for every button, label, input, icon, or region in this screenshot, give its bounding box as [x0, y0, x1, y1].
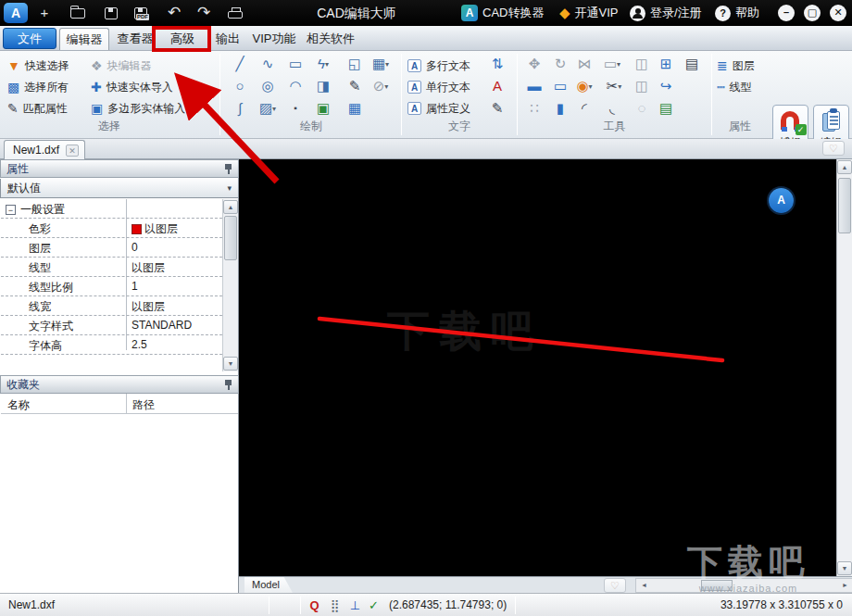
- property-group-row[interactable]: − 一般设置: [1, 199, 222, 219]
- property-row-layer[interactable]: 图层 0: [1, 238, 222, 258]
- login-link[interactable]: 登录/注册: [630, 0, 702, 26]
- scroll-down-icon[interactable]: ▼: [837, 561, 852, 575]
- viewport-tool-icon[interactable]: ▭: [548, 76, 572, 96]
- region-tool-icon[interactable]: ▦▾: [369, 54, 393, 74]
- ortho-toggle-icon[interactable]: ⊥: [346, 597, 364, 614]
- grid-toggle-icon[interactable]: ⣿: [326, 597, 344, 614]
- image-tool-icon[interactable]: ▣: [311, 98, 335, 119]
- table-tool-icon[interactable]: ▦: [343, 98, 367, 119]
- copy-tool-icon[interactable]: ◫: [630, 54, 654, 74]
- linetype-button[interactable]: ┉ 线型: [717, 78, 751, 96]
- align-tool-icon[interactable]: ▤: [680, 54, 704, 74]
- model-tab[interactable]: Model: [244, 577, 293, 593]
- tab-vip[interactable]: VIP功能: [248, 28, 300, 50]
- tab-editor[interactable]: 编辑器: [59, 28, 109, 50]
- spline-tool-icon[interactable]: ∫: [228, 98, 252, 119]
- block-editor-button[interactable]: ❖ 块编辑器: [91, 57, 152, 75]
- copy-nested-tool-icon[interactable]: ◫: [630, 76, 654, 96]
- property-row-text-style[interactable]: 文字样式 STANDARD: [1, 316, 222, 335]
- scrollbar-corner-button[interactable]: ♡: [604, 578, 626, 593]
- scrollbar-thumb[interactable]: [701, 580, 733, 591]
- rectangle-tool-icon[interactable]: ▭: [283, 54, 307, 74]
- polyline-tool-icon[interactable]: ϟ▾: [311, 54, 335, 74]
- ellipse-tool-icon[interactable]: ◎: [256, 76, 280, 96]
- scroll-right-icon[interactable]: ►: [838, 580, 852, 591]
- hatch-tool-icon[interactable]: ▨▾: [256, 98, 280, 119]
- wipeout-tool-icon[interactable]: ⊘▾: [369, 76, 393, 96]
- match-properties-button[interactable]: ✎ 匹配属性: [7, 99, 68, 118]
- mirror-tool-icon[interactable]: ⋈: [572, 54, 596, 74]
- red-line-entity[interactable]: [320, 319, 722, 360]
- maximize-button[interactable]: ▢: [804, 5, 821, 21]
- pin-icon[interactable]: [224, 379, 232, 390]
- layer-add-tool-icon[interactable]: ▤: [654, 98, 678, 119]
- layers-button[interactable]: ≣ 图层: [717, 57, 755, 75]
- favorites-name-column[interactable]: 名称: [7, 397, 30, 413]
- tab-related[interactable]: 相关软件: [302, 28, 359, 50]
- quick-entity-import-button[interactable]: ✚ 快速实体导入: [91, 78, 173, 96]
- minimize-button[interactable]: –: [778, 5, 795, 21]
- single-text-button[interactable]: A 单行文本: [407, 78, 470, 96]
- panel-corner-button[interactable]: ♡: [822, 141, 845, 156]
- new-file-button[interactable]: +: [33, 4, 56, 22]
- scrollbar-thumb[interactable]: [224, 216, 237, 260]
- draft-mode-icon[interactable]: ✓: [365, 597, 382, 614]
- redo-button[interactable]: ↷: [193, 4, 215, 22]
- property-row-lineweight[interactable]: 线宽 以图层: [1, 296, 222, 316]
- polygon-entity-input-button[interactable]: ▣ 多边形实体输入: [91, 99, 185, 118]
- property-row-linetype[interactable]: 线型 以图层: [1, 258, 222, 277]
- quick-select-button[interactable]: ▼ 快速选择: [7, 57, 69, 75]
- file-menu-button[interactable]: 文件: [3, 28, 56, 49]
- save-pdf-button[interactable]: PDF: [130, 4, 152, 22]
- move-tool-icon[interactable]: ✥: [522, 54, 546, 74]
- tab-advanced[interactable]: 高级: [159, 28, 206, 50]
- point-tool-icon[interactable]: ▪: [283, 98, 307, 119]
- arc-tool-icon[interactable]: ◠: [283, 76, 307, 96]
- trim-tool-icon[interactable]: ✂▾: [602, 76, 626, 96]
- edit-attribute-icon[interactable]: ✎: [485, 98, 509, 119]
- canvas-vscrollbar[interactable]: ▲ ▼: [836, 159, 852, 576]
- scroll-down-icon[interactable]: ▼: [223, 357, 238, 371]
- translate-button[interactable]: A: [769, 188, 794, 213]
- scrollbar-thumb[interactable]: [838, 178, 851, 233]
- canvas-hscrollbar[interactable]: ◄ ►: [635, 578, 852, 593]
- offset-tool-icon[interactable]: ▭▾: [600, 54, 624, 74]
- open-file-button[interactable]: [67, 4, 89, 22]
- overlap-tool-icon[interactable]: ◌: [630, 98, 654, 119]
- property-row-color[interactable]: 色彩 以图层: [1, 219, 222, 238]
- tab-output[interactable]: 输出: [207, 28, 248, 50]
- point-array-tool-icon[interactable]: ∷: [522, 98, 546, 119]
- copy-entities-tool-icon[interactable]: ◱: [343, 54, 367, 74]
- help-link[interactable]: ? 帮助: [715, 0, 759, 26]
- line-tool-icon[interactable]: ╱: [228, 54, 252, 74]
- edit-text-icon[interactable]: A: [485, 76, 509, 96]
- collapse-group-icon[interactable]: −: [6, 205, 16, 215]
- drawing-canvas[interactable]: 下载吧 A: [239, 159, 836, 576]
- object-snap-toggle-icon[interactable]: Q: [306, 597, 323, 614]
- circle-tool-icon[interactable]: ○: [228, 76, 252, 96]
- scroll-up-icon[interactable]: ▲: [837, 160, 852, 174]
- pen-tool-icon[interactable]: ✎: [343, 76, 367, 96]
- property-mode-select[interactable]: 默认值 ▾: [0, 179, 239, 198]
- print-button[interactable]: [224, 4, 246, 22]
- pin-icon[interactable]: [224, 163, 232, 174]
- mtext-button[interactable]: A 多行文本: [407, 57, 470, 75]
- new-view-tool-icon[interactable]: ▬: [522, 76, 546, 96]
- fillet-tool-icon[interactable]: ◜: [572, 98, 596, 119]
- xref-tool-icon[interactable]: ⊞: [654, 54, 678, 74]
- tab-viewer[interactable]: 查看器: [113, 28, 157, 50]
- rotate-tool-icon[interactable]: ↻: [548, 54, 572, 74]
- cad-converter-link[interactable]: A CAD转换器: [461, 0, 544, 26]
- pick-point-tool-icon[interactable]: ◉▾: [572, 76, 596, 96]
- favorites-path-column[interactable]: 路径: [132, 397, 155, 413]
- tab-close-icon[interactable]: ✕: [66, 145, 79, 157]
- save-button[interactable]: [100, 4, 122, 22]
- lineweight-tool-icon[interactable]: ▮: [548, 98, 572, 119]
- document-tab[interactable]: New1.dxf ✕: [4, 140, 85, 159]
- sketch-tool-icon[interactable]: ∿: [256, 54, 280, 74]
- scroll-left-icon[interactable]: ◄: [637, 580, 651, 591]
- close-button[interactable]: ✕: [830, 5, 846, 21]
- block-ref-tool-icon[interactable]: ↪: [654, 76, 678, 96]
- insert-block-tool-icon[interactable]: ◨: [311, 76, 335, 96]
- property-row-linetype-scale[interactable]: 线型比例 1: [1, 277, 222, 296]
